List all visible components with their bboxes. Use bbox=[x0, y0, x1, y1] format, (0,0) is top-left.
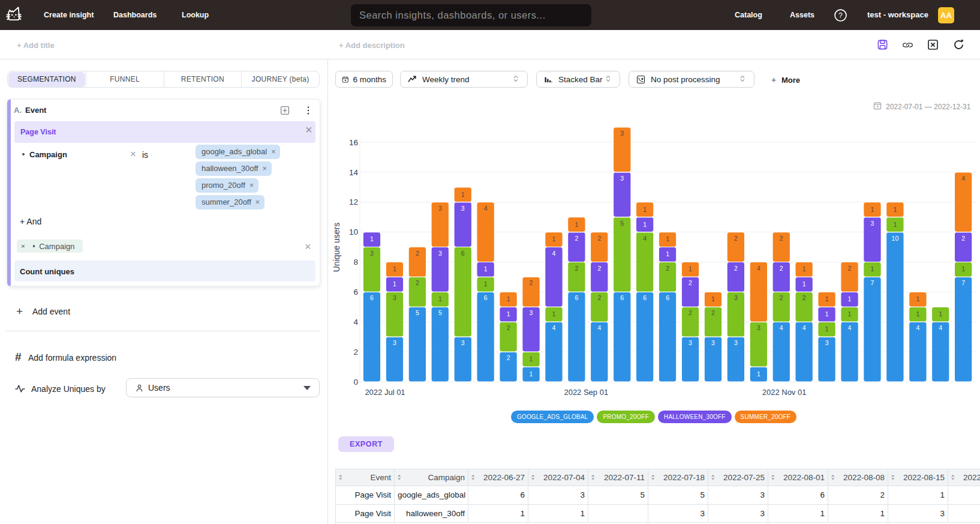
svg-text:3: 3 bbox=[734, 339, 738, 346]
svg-text:2: 2 bbox=[848, 265, 852, 272]
svg-text:1: 1 bbox=[961, 265, 965, 273]
svg-text:2: 2 bbox=[780, 235, 783, 242]
svg-text:2: 2 bbox=[597, 265, 601, 272]
svg-text:2: 2 bbox=[780, 265, 783, 272]
svg-text:1: 1 bbox=[916, 310, 919, 318]
svg-text:2: 2 bbox=[597, 294, 601, 301]
svg-text:3: 3 bbox=[825, 339, 829, 346]
svg-text:2: 2 bbox=[507, 324, 510, 331]
svg-text:3: 3 bbox=[438, 250, 442, 257]
svg-text:3: 3 bbox=[689, 339, 692, 346]
svg-text:3: 3 bbox=[530, 309, 533, 316]
svg-text:1: 1 bbox=[461, 191, 465, 198]
svg-text:4: 4 bbox=[961, 175, 965, 182]
svg-text:1: 1 bbox=[666, 250, 669, 257]
svg-text:1: 1 bbox=[643, 206, 647, 213]
svg-text:3: 3 bbox=[734, 294, 738, 301]
svg-text:6: 6 bbox=[643, 294, 647, 301]
svg-text:4: 4 bbox=[939, 324, 942, 331]
svg-text:4: 4 bbox=[848, 324, 852, 331]
svg-text:2: 2 bbox=[734, 235, 738, 242]
svg-text:3: 3 bbox=[620, 175, 624, 182]
svg-text:14: 14 bbox=[349, 168, 359, 177]
svg-text:2: 2 bbox=[780, 294, 783, 301]
svg-text:3: 3 bbox=[620, 130, 624, 137]
svg-text:1: 1 bbox=[757, 370, 760, 378]
svg-text:3: 3 bbox=[461, 339, 465, 346]
svg-text:2022 Nov 01: 2022 Nov 01 bbox=[762, 388, 807, 397]
svg-text:2: 2 bbox=[666, 265, 669, 272]
svg-text:1: 1 bbox=[939, 310, 942, 318]
svg-text:0: 0 bbox=[353, 378, 358, 387]
svg-text:2: 2 bbox=[711, 309, 715, 316]
svg-text:1: 1 bbox=[370, 235, 374, 242]
svg-text:1: 1 bbox=[825, 325, 829, 333]
svg-text:1: 1 bbox=[802, 280, 806, 288]
svg-text:2: 2 bbox=[575, 235, 578, 242]
svg-text:1: 1 bbox=[825, 310, 829, 318]
svg-text:3: 3 bbox=[393, 294, 396, 301]
svg-text:6: 6 bbox=[353, 288, 358, 297]
svg-text:2022 Sep 01: 2022 Sep 01 bbox=[564, 388, 608, 397]
svg-text:1: 1 bbox=[893, 221, 897, 228]
svg-text:1: 1 bbox=[552, 235, 555, 242]
svg-text:2: 2 bbox=[575, 265, 578, 272]
svg-text:2: 2 bbox=[689, 279, 692, 286]
svg-text:7: 7 bbox=[961, 279, 965, 286]
svg-text:2: 2 bbox=[416, 250, 419, 257]
svg-text:2: 2 bbox=[734, 265, 738, 272]
svg-text:4: 4 bbox=[916, 324, 919, 331]
svg-text:2: 2 bbox=[530, 279, 533, 286]
svg-text:3: 3 bbox=[393, 339, 396, 346]
svg-text:4: 4 bbox=[552, 250, 555, 257]
svg-text:6: 6 bbox=[666, 294, 669, 301]
svg-text:1: 1 bbox=[848, 310, 852, 318]
svg-text:2: 2 bbox=[802, 294, 806, 301]
svg-text:2: 2 bbox=[507, 354, 510, 361]
svg-text:7: 7 bbox=[871, 279, 874, 286]
svg-text:1: 1 bbox=[893, 206, 897, 213]
svg-text:10: 10 bbox=[892, 235, 899, 242]
svg-text:1: 1 bbox=[484, 280, 488, 288]
svg-text:4: 4 bbox=[552, 324, 555, 331]
svg-text:4: 4 bbox=[597, 324, 601, 331]
svg-text:2: 2 bbox=[353, 348, 358, 357]
svg-text:1: 1 bbox=[530, 355, 533, 363]
svg-text:1: 1 bbox=[530, 370, 533, 378]
svg-text:3: 3 bbox=[461, 205, 465, 212]
svg-text:6: 6 bbox=[484, 294, 488, 301]
svg-text:1: 1 bbox=[393, 265, 396, 273]
svg-text:6: 6 bbox=[575, 294, 578, 301]
svg-text:4: 4 bbox=[757, 265, 760, 272]
svg-text:6: 6 bbox=[461, 250, 465, 257]
svg-text:5: 5 bbox=[416, 309, 419, 316]
svg-text:1: 1 bbox=[393, 280, 396, 288]
svg-text:1: 1 bbox=[575, 221, 578, 228]
svg-text:4: 4 bbox=[484, 205, 488, 212]
svg-text:1: 1 bbox=[825, 295, 829, 303]
svg-text:3: 3 bbox=[370, 250, 374, 257]
svg-text:1: 1 bbox=[643, 221, 647, 228]
svg-text:2: 2 bbox=[689, 309, 692, 316]
svg-text:1: 1 bbox=[484, 265, 488, 273]
svg-text:3: 3 bbox=[757, 324, 760, 331]
svg-text:4: 4 bbox=[780, 324, 783, 331]
svg-text:1: 1 bbox=[916, 295, 919, 303]
svg-text:3: 3 bbox=[438, 205, 442, 212]
svg-text:2: 2 bbox=[597, 235, 601, 242]
svg-text:1: 1 bbox=[689, 265, 692, 273]
svg-text:?: ? bbox=[838, 11, 843, 20]
svg-text:16: 16 bbox=[349, 138, 358, 147]
svg-text:1: 1 bbox=[711, 295, 715, 303]
svg-text:Unique users: Unique users bbox=[332, 223, 341, 273]
svg-text:2022 Jul 01: 2022 Jul 01 bbox=[365, 388, 405, 397]
svg-text:1: 1 bbox=[507, 310, 510, 318]
svg-text:2: 2 bbox=[961, 235, 965, 242]
svg-text:5: 5 bbox=[620, 220, 624, 227]
svg-text:2: 2 bbox=[416, 279, 419, 286]
svg-text:1: 1 bbox=[802, 265, 806, 273]
svg-text:1: 1 bbox=[666, 235, 669, 242]
svg-text:4: 4 bbox=[353, 318, 358, 327]
svg-text:1: 1 bbox=[848, 295, 852, 303]
svg-text:1: 1 bbox=[871, 206, 874, 213]
